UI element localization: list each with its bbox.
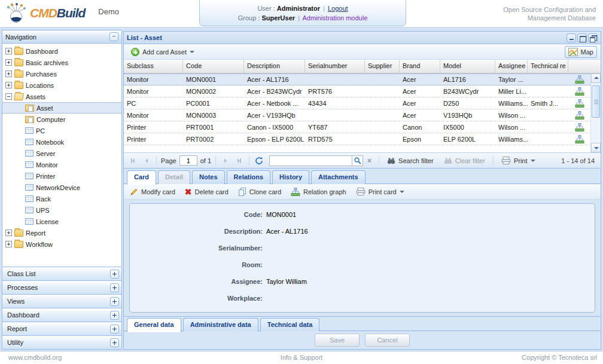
tree-item-server[interactable]: Server — [2, 148, 121, 159]
tree-item-printer[interactable]: Printer — [2, 170, 121, 182]
relation-graph-icon[interactable] — [575, 87, 584, 96]
expand-icon[interactable] — [110, 270, 119, 279]
next-page-button[interactable] — [220, 155, 231, 166]
clear-filter-button[interactable]: Clear filter — [440, 155, 489, 166]
expand-icon[interactable] — [110, 338, 119, 347]
relation-graph-button[interactable]: Relation graph — [291, 188, 346, 196]
column-header-description[interactable]: Description — [244, 60, 305, 73]
tree-item-computer[interactable]: Computer — [2, 114, 121, 125]
relation-graph-icon[interactable] — [575, 135, 584, 143]
table-row[interactable]: Monitor MON0001 Acer - AL1716 Acer AL171… — [124, 74, 590, 85]
scroll-down-icon[interactable] — [591, 143, 601, 152]
column-header-code[interactable]: Code — [183, 60, 244, 73]
tree-item-license[interactable]: License — [2, 216, 121, 227]
tree-item-notebook[interactable]: Notebook — [2, 136, 121, 148]
tab-general-data[interactable]: General data — [127, 318, 181, 332]
accordion-class-list[interactable]: Class List — [2, 267, 122, 281]
tree-item-assets[interactable]: Assets — [2, 91, 121, 102]
tree-item-ups[interactable]: UPS — [2, 204, 121, 216]
accordion-dashboard[interactable]: Dashboard — [2, 308, 122, 322]
table-row[interactable]: Printer PRT0001 Canon - IX5000 YT687 Can… — [124, 121, 590, 133]
tab-history[interactable]: History — [272, 170, 309, 184]
delete-card-button[interactable]: ✖ Delete card — [185, 188, 229, 195]
table-row[interactable]: Monitor MON0002 Acer - B243WCydr PRT576 … — [124, 85, 590, 97]
save-button[interactable]: Save — [315, 334, 360, 347]
tree-item-purchases[interactable]: Purchases — [2, 68, 121, 79]
clear-search-icon[interactable]: × — [364, 155, 374, 166]
expand-icon[interactable] — [110, 297, 119, 306]
table-row[interactable]: Monitor MON0003 Acer - V193HQb Acer V193… — [124, 109, 590, 121]
collapse-icon[interactable] — [5, 93, 12, 100]
relation-graph-icon[interactable] — [575, 111, 584, 120]
collapse-panel-icon[interactable]: − — [109, 32, 118, 41]
add-card-button[interactable]: Add card Asset — [127, 46, 198, 58]
relation-graph-icon[interactable] — [575, 75, 584, 84]
print-card-button[interactable]: Print card — [356, 188, 404, 195]
first-page-button[interactable] — [127, 155, 138, 166]
expand-icon[interactable] — [5, 241, 12, 247]
tab-attachments[interactable]: Attachments — [311, 170, 366, 184]
expand-icon[interactable] — [5, 59, 12, 66]
expand-icon[interactable] — [110, 283, 119, 292]
last-page-button[interactable] — [234, 155, 245, 166]
tree-item-basic-archives[interactable]: Basic archives — [2, 57, 121, 68]
tree-item-pc[interactable]: PC — [2, 125, 121, 136]
tree-item-asset[interactable]: Asset — [2, 102, 121, 114]
search-filter-button[interactable]: Search filter — [383, 155, 437, 166]
tab-relations[interactable]: Relations — [227, 170, 271, 184]
tree-item-dashboard[interactable]: Dashboard — [2, 45, 121, 57]
footer-info-support[interactable]: Info & Support — [0, 351, 603, 364]
tree-item-monitor[interactable]: Monitor — [2, 159, 121, 170]
column-header-subclass[interactable]: Subclass — [124, 60, 183, 73]
tree-item-report[interactable]: Report — [2, 227, 121, 238]
accordion-views[interactable]: Views — [2, 295, 122, 308]
maximize-icon[interactable] — [577, 33, 587, 42]
search-icon[interactable] — [352, 155, 363, 166]
refresh-icon[interactable] — [254, 155, 264, 166]
expand-icon[interactable] — [110, 325, 119, 334]
accordion-report[interactable]: Report — [2, 322, 122, 336]
print-button[interactable]: Print — [498, 155, 539, 166]
table-row[interactable]: PC PC0001 Acer - Netbook ... 43434 Acer … — [124, 97, 590, 109]
column-header-model[interactable]: Model — [440, 60, 495, 73]
expand-icon[interactable] — [5, 48, 12, 54]
previous-page-button[interactable] — [141, 155, 152, 166]
search-input[interactable] — [269, 155, 352, 166]
accordion-utility[interactable]: Utility — [2, 336, 122, 350]
expand-icon[interactable] — [5, 71, 12, 77]
modify-card-button[interactable]: Modify card — [130, 188, 175, 196]
scroll-up-icon[interactable] — [591, 74, 601, 83]
scrollbar-thumb[interactable] — [592, 85, 600, 118]
relation-graph-icon[interactable] — [575, 99, 584, 108]
tree-item-workflow[interactable]: Workflow — [2, 238, 121, 250]
cancel-button[interactable]: Cancel — [365, 334, 410, 347]
expand-icon[interactable] — [5, 230, 12, 236]
tab-card[interactable]: Card — [127, 170, 156, 185]
vertical-scrollbar[interactable] — [590, 74, 601, 152]
column-header-brand[interactable]: Brand — [400, 60, 440, 73]
tree-item-rack[interactable]: Rack — [2, 193, 121, 204]
tab-administrative-data[interactable]: Administrative data — [183, 318, 258, 332]
logout-link[interactable]: Logout — [328, 5, 348, 12]
page-input[interactable] — [179, 155, 197, 166]
administration-module-link[interactable]: Administration module — [302, 14, 367, 22]
expand-icon[interactable] — [5, 82, 12, 88]
footer: www.cmdbuild.org Info & Support Copyrigh… — [0, 351, 603, 364]
tab-detail[interactable]: Detail — [158, 170, 190, 184]
column-header-supplier[interactable]: Supplier — [365, 60, 400, 73]
tree-item-networkdevice[interactable]: NetworkDevice — [2, 182, 121, 193]
column-header-assignee[interactable]: Assignee — [495, 60, 528, 73]
tab-notes[interactable]: Notes — [192, 170, 225, 184]
column-header-serialnumber[interactable]: Serialnumber — [305, 60, 365, 73]
table-row[interactable]: Printer PRT0002 Epson - ELP 6200L RTD575… — [124, 133, 590, 145]
relation-graph-icon[interactable] — [575, 123, 584, 131]
minimize-icon[interactable] — [567, 33, 576, 42]
tab-technical-data[interactable]: Technical data — [260, 318, 320, 332]
tree-item-locations[interactable]: Locations — [2, 79, 121, 91]
map-button[interactable]: Map — [565, 46, 597, 58]
expand-icon[interactable] — [110, 311, 119, 320]
accordion-processes[interactable]: Processes — [2, 281, 122, 295]
column-header-technical-reference[interactable]: Technical re — [528, 60, 568, 73]
clone-card-button[interactable]: Clone card — [238, 188, 281, 196]
restore-icon[interactable] — [588, 33, 598, 42]
